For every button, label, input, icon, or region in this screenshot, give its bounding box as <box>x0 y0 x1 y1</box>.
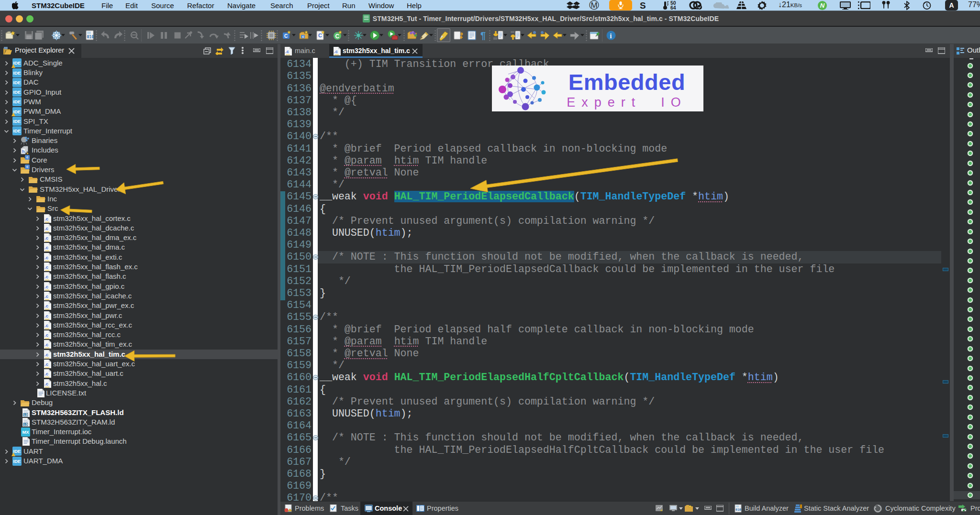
svg-text:C: C <box>335 33 340 40</box>
svg-text:.c: .c <box>45 303 48 308</box>
svg-text:.c: .c <box>45 294 48 299</box>
svg-text:010: 010 <box>735 508 741 512</box>
svg-text:C: C <box>284 33 288 39</box>
svg-text:c: c <box>302 35 304 38</box>
svg-text:LD: LD <box>24 413 28 416</box>
svg-text:.c: .c <box>45 371 48 376</box>
svg-text:.c: .c <box>334 49 338 54</box>
svg-text:h: h <box>22 149 25 154</box>
svg-text:.c: .c <box>45 362 48 367</box>
svg-text:.c: .c <box>285 49 289 54</box>
svg-text:.c: .c <box>45 235 48 241</box>
svg-text:.c: .c <box>45 381 48 386</box>
svg-text:.c: .c <box>45 284 48 289</box>
svg-text:010: 010 <box>87 35 94 39</box>
svg-text:i: i <box>610 33 612 40</box>
svg-text:LD: LD <box>24 423 28 426</box>
svg-text:.c: .c <box>45 323 48 328</box>
svg-text:.c: .c <box>45 255 48 260</box>
svg-text:.c: .c <box>45 352 48 357</box>
svg-text:.c: .c <box>45 274 48 279</box>
svg-text:.c: .c <box>45 342 48 347</box>
svg-text:.c: .c <box>45 226 48 231</box>
svg-text:.c: .c <box>45 264 48 270</box>
svg-text:C: C <box>318 33 322 38</box>
svg-text:.c: .c <box>45 332 48 338</box>
svg-text:.c: .c <box>45 245 48 250</box>
svg-text:¶: ¶ <box>480 30 486 41</box>
svg-text:.c: .c <box>45 313 48 318</box>
svg-text:.c: .c <box>45 216 48 221</box>
